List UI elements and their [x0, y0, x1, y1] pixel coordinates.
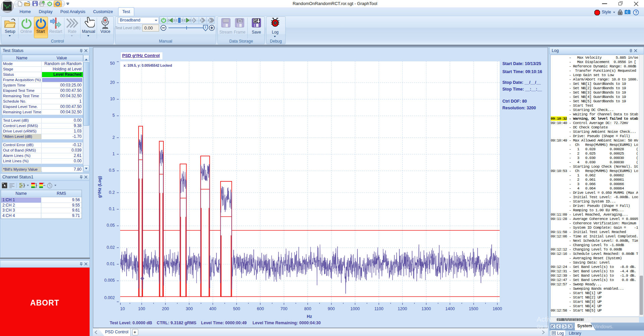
svg-text:?: ?	[635, 10, 637, 14]
svg-text:?: ?	[626, 11, 627, 14]
